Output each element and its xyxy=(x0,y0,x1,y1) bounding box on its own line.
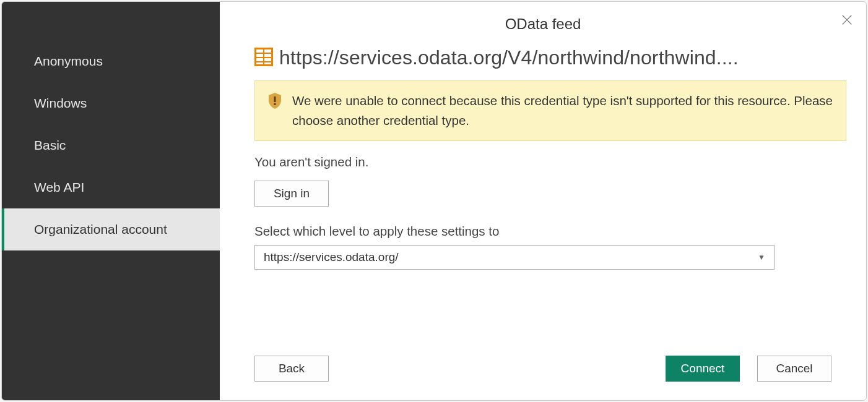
cancel-button[interactable]: Cancel xyxy=(757,356,831,382)
sidebar-item-label: Anonymous xyxy=(34,54,103,68)
feed-url-row: https://services.odata.org/V4/northwind/… xyxy=(254,46,849,69)
odata-credentials-dialog: Anonymous Windows Basic Web API Organiza… xyxy=(1,1,867,401)
sign-in-button[interactable]: Sign in xyxy=(254,181,329,207)
warning-banner: We were unable to connect because this c… xyxy=(254,80,846,141)
warning-shield-icon xyxy=(267,92,282,112)
warning-message: We were unable to connect because this c… xyxy=(292,91,833,130)
sidebar-item-organizational-account[interactable]: Organizational account xyxy=(2,208,220,250)
close-button[interactable] xyxy=(840,13,854,29)
sidebar-item-web-api[interactable]: Web API xyxy=(2,166,220,208)
svg-rect-11 xyxy=(274,96,276,102)
dialog-title: OData feed xyxy=(220,2,866,39)
chevron-down-icon: ▼ xyxy=(758,253,765,262)
main-panel: OData feed https://se xyxy=(220,2,866,400)
dialog-footer: Back Connect Cancel xyxy=(220,356,866,400)
level-select-dropdown[interactable]: https://services.odata.org/ ▼ xyxy=(254,245,775,270)
svg-rect-4 xyxy=(264,49,271,53)
sidebar-item-label: Web API xyxy=(34,180,84,194)
sidebar-item-label: Windows xyxy=(34,96,87,110)
content-area: https://services.odata.org/V4/northwind/… xyxy=(220,39,866,356)
level-select-value: https://services.odata.org/ xyxy=(264,250,399,264)
svg-rect-10 xyxy=(264,62,271,64)
svg-rect-7 xyxy=(256,58,263,61)
sidebar-item-anonymous[interactable]: Anonymous xyxy=(2,40,220,82)
back-button[interactable]: Back xyxy=(254,356,329,382)
sidebar-item-basic[interactable]: Basic xyxy=(2,124,220,166)
feed-url-text: https://services.odata.org/V4/northwind/… xyxy=(279,46,849,69)
sidebar-item-windows[interactable]: Windows xyxy=(2,82,220,124)
sidebar-item-label: Organizational account xyxy=(34,222,167,236)
connect-button[interactable]: Connect xyxy=(666,356,740,382)
close-icon xyxy=(840,18,854,28)
sidebar-item-label: Basic xyxy=(34,138,66,152)
svg-rect-8 xyxy=(264,58,271,61)
odata-feed-icon xyxy=(254,48,273,69)
svg-rect-12 xyxy=(274,103,276,105)
svg-rect-9 xyxy=(256,62,263,64)
level-select-label: Select which level to apply these settin… xyxy=(254,224,849,239)
svg-rect-5 xyxy=(256,54,263,57)
svg-rect-3 xyxy=(256,49,263,53)
credential-type-sidebar: Anonymous Windows Basic Web API Organiza… xyxy=(2,2,220,400)
svg-rect-6 xyxy=(264,54,271,57)
signin-status: You aren't signed in. xyxy=(254,155,849,169)
footer-right-buttons: Connect Cancel xyxy=(666,356,831,382)
